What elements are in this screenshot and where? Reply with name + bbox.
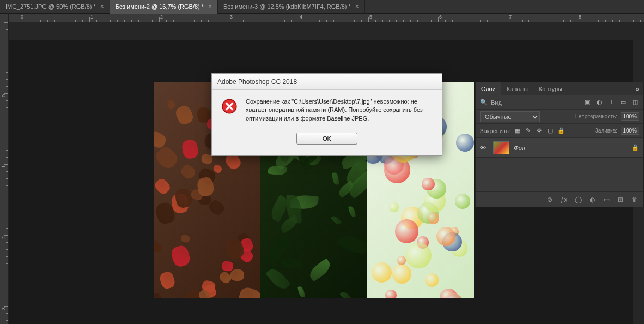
opacity-value[interactable]: 100% bbox=[621, 112, 639, 121]
dialog-title: Adobe Photoshop CC 2018 bbox=[217, 78, 297, 86]
dialog-message: Сохранение как "C:\Users\User\Desktop\7.… bbox=[246, 98, 433, 123]
filter-pixel-icon[interactable]: ▣ bbox=[584, 99, 591, 106]
tab-label: Без имени-2 @ 16,7% (RGB/8) * bbox=[116, 3, 204, 10]
fill-value[interactable]: 100% bbox=[621, 127, 639, 135]
collapse-icon[interactable]: » bbox=[631, 86, 643, 92]
ruler-corner[interactable] bbox=[0, 14, 9, 22]
close-icon[interactable]: × bbox=[100, 3, 104, 10]
new-layer-icon[interactable]: ⊞ bbox=[616, 196, 625, 203]
filter-type-select[interactable]: Вид bbox=[491, 99, 580, 106]
search-icon[interactable]: 🔍 bbox=[480, 99, 488, 106]
lock-icon[interactable]: 🔒 bbox=[631, 144, 639, 151]
ok-button[interactable]: OK bbox=[296, 133, 357, 145]
layer-list: 👁 Фон 🔒 bbox=[476, 138, 643, 174]
fill-label: Заливка: bbox=[595, 128, 617, 134]
error-icon bbox=[221, 98, 238, 115]
filter-text-icon[interactable]: T bbox=[607, 99, 615, 106]
mask-icon[interactable]: ◯ bbox=[574, 196, 582, 203]
lock-transparency-icon[interactable]: ▦ bbox=[514, 127, 521, 134]
group-icon[interactable]: ▭ bbox=[602, 196, 611, 203]
close-icon[interactable]: × bbox=[208, 3, 212, 10]
document-tabs-bar: IMG_2751.JPG @ 50% (RGB/8) * × Без имени… bbox=[0, 0, 644, 14]
lock-image-icon[interactable]: ✎ bbox=[525, 127, 532, 134]
document-tab[interactable]: Без имени-3 @ 12,5% (kdbKIbM7IF4, RGB/8)… bbox=[218, 0, 365, 14]
ruler-horizontal[interactable]: 012345678 bbox=[9, 14, 644, 22]
tab-paths[interactable]: Контуры bbox=[533, 82, 568, 95]
layer-filter-row: 🔍 Вид ▣ ◐ T ▭ ◫ bbox=[476, 95, 643, 110]
filter-smart-icon[interactable]: ◫ bbox=[631, 99, 639, 106]
document-tab[interactable]: IMG_2751.JPG @ 50% (RGB/8) * × bbox=[0, 0, 110, 14]
fx-icon[interactable]: ƒx bbox=[560, 196, 568, 203]
opacity-label: Непрозрачность: bbox=[574, 113, 617, 119]
tab-channels[interactable]: Каналы bbox=[501, 82, 533, 95]
visibility-icon[interactable]: 👁 bbox=[480, 145, 489, 151]
trash-icon[interactable]: 🗑 bbox=[630, 196, 639, 203]
panel-tabs: Слои Каналы Контуры » bbox=[476, 82, 643, 95]
layer-item[interactable]: 👁 Фон 🔒 bbox=[476, 138, 643, 158]
adjustment-icon[interactable]: ◐ bbox=[588, 196, 597, 203]
filter-icons: ▣ ◐ T ▭ ◫ bbox=[584, 99, 639, 106]
document-tab[interactable]: Без имени-2 @ 16,7% (RGB/8) * × bbox=[110, 0, 218, 14]
link-layers-icon[interactable]: ⊘ bbox=[545, 196, 554, 203]
lock-all-icon[interactable]: 🔒 bbox=[557, 127, 565, 134]
error-dialog: Adobe Photoshop CC 2018 Сохранение как "… bbox=[211, 73, 442, 156]
lock-artboard-icon[interactable]: ▢ bbox=[546, 127, 554, 134]
filter-adjust-icon[interactable]: ◐ bbox=[596, 99, 603, 106]
dialog-title-bar[interactable]: Adobe Photoshop CC 2018 bbox=[212, 74, 442, 90]
tab-label: Без имени-3 @ 12,5% (kdbKIbM7IF4, RGB/8)… bbox=[223, 3, 351, 10]
ruler-vertical[interactable]: 0123 bbox=[0, 22, 9, 324]
lock-position-icon[interactable]: ✥ bbox=[536, 127, 543, 134]
lock-fill-row: Закрепить: ▦ ✎ ✥ ▢ 🔒 Заливка: 100% bbox=[476, 124, 643, 138]
tab-label: IMG_2751.JPG @ 50% (RGB/8) * bbox=[5, 3, 96, 10]
blend-mode-select[interactable]: Обычные bbox=[480, 111, 540, 122]
lock-label: Закрепить: bbox=[480, 128, 511, 134]
filter-shape-icon[interactable]: ▭ bbox=[619, 99, 627, 106]
tab-layers[interactable]: Слои bbox=[476, 82, 501, 95]
layers-panel-footer: ⊘ ƒx ◯ ◐ ▭ ⊞ 🗑 bbox=[476, 191, 643, 207]
close-icon[interactable]: × bbox=[355, 3, 359, 10]
dialog-body: Сохранение как "C:\Users\User\Desktop\7.… bbox=[212, 90, 442, 155]
blend-opacity-row: Обычные Непрозрачность: 100% bbox=[476, 110, 643, 124]
layers-panel: Слои Каналы Контуры » 🔍 Вид ▣ ◐ T ▭ ◫ Об… bbox=[475, 82, 644, 207]
layer-thumbnail[interactable] bbox=[493, 141, 509, 154]
layer-name[interactable]: Фон bbox=[514, 145, 627, 151]
